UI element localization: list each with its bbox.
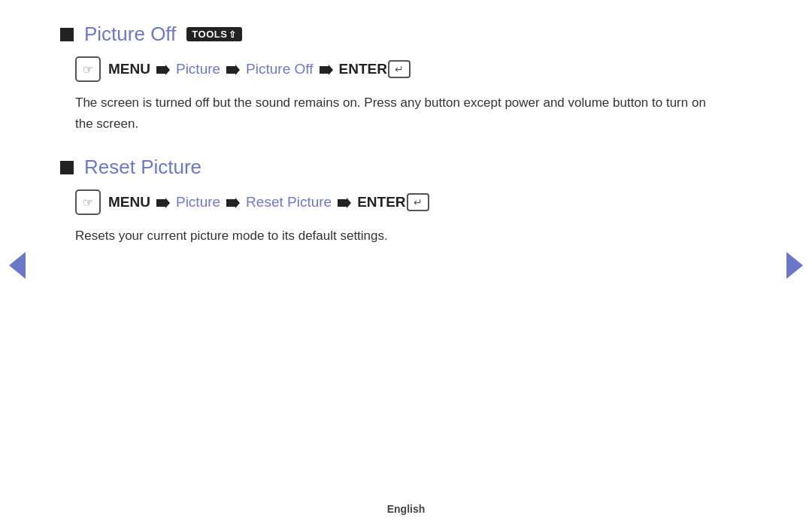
svg-marker-5 [338,198,351,208]
description-2: Resets your current picture mode to its … [75,226,722,247]
menu-step-2a: Picture [176,194,220,210]
svg-marker-1 [226,65,240,75]
menu-icon-2: ☞ [75,189,101,215]
section-bullet-2 [60,161,74,174]
main-content: Picture Off TOOLS⇧ ☞ MENU Picture Pictur… [0,0,812,247]
arrow-2c [336,194,353,210]
arrow-1a [155,61,171,77]
footer: English [0,503,812,515]
arrow-2a [155,194,171,210]
menu-path-row-1: ☞ MENU Picture Picture Off ENTER ↵ [75,56,752,82]
svg-marker-4 [226,198,240,208]
nav-arrow-right[interactable] [786,252,803,279]
menu-keyword-1: MENU [108,61,150,77]
section-title-1: Picture Off [84,23,176,46]
section-title-row-2: Reset Picture [60,156,752,179]
arrow-2b [225,194,241,210]
enter-icon-1: ↵ [388,60,411,78]
menu-step-1b: Picture Off [246,61,313,77]
tools-badge: TOOLS⇧ [186,27,242,41]
footer-language: English [387,503,426,515]
tools-label: TOOLS [192,29,227,40]
svg-marker-2 [320,65,333,75]
description-1: The screen is turned off but the sound r… [75,92,722,135]
nav-arrow-left[interactable] [9,252,26,279]
section-picture-off: Picture Off TOOLS⇧ ☞ MENU Picture Pictur… [60,23,752,135]
enter-keyword-2: ENTER [357,194,405,210]
menu-path-row-2: ☞ MENU Picture Reset Picture ENTER ↵ [75,189,752,215]
enter-keyword-1: ENTER [339,61,387,77]
svg-marker-3 [156,198,170,208]
menu-step-1a: Picture [176,61,220,77]
svg-marker-0 [156,65,170,75]
section-bullet-1 [60,28,74,41]
section-reset-picture: Reset Picture ☞ MENU Picture Reset Pictu… [60,156,752,247]
menu-step-2b: Reset Picture [246,194,332,210]
menu-icon-1: ☞ [75,56,101,82]
menu-keyword-2: MENU [108,194,150,210]
section-title-row-1: Picture Off TOOLS⇧ [60,23,752,46]
arrow-1b [225,61,241,77]
tools-icon-glyph: ⇧ [229,29,237,40]
section-title-2: Reset Picture [84,156,201,179]
arrow-1c [318,61,335,77]
enter-icon-2: ↵ [407,193,429,211]
